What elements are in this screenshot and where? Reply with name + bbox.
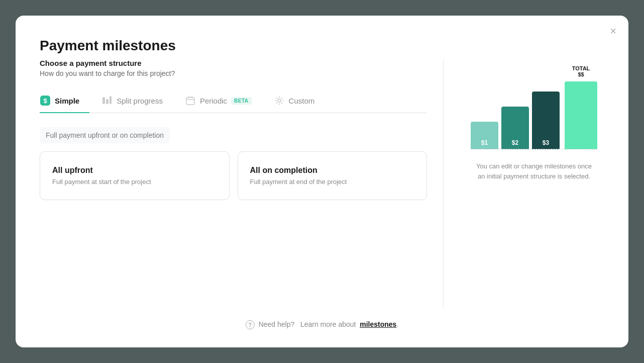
payment-options-row: All upfront Full payment at start of the… — [40, 151, 427, 200]
footer-period: . — [396, 320, 398, 328]
footer-help-text: Need help? — [259, 320, 295, 328]
beta-badge: BETA — [231, 97, 251, 105]
all-on-completion-title: All on completion — [250, 166, 415, 175]
all-on-completion-description: Full payment at end of the project — [250, 178, 415, 186]
bar-1-label: $1 — [481, 139, 488, 146]
svg-point-8 — [278, 99, 281, 102]
help-icon: ? — [246, 320, 255, 329]
payment-structure-description: How do you want to charge for this proje… — [40, 69, 427, 77]
bar-2-label: $2 — [512, 139, 518, 146]
option-all-on-completion[interactable]: All on completion Full payment at end of… — [238, 151, 427, 200]
tabs-container: $ Simple Split pro — [40, 89, 427, 113]
chart-bars: $1 $2 $3 TOTAL$$ — [471, 79, 597, 149]
tab-custom-label: Custom — [289, 97, 315, 105]
footer-learn-text: Learn more about — [300, 320, 356, 328]
all-upfront-description: Full payment at start of the project — [52, 178, 217, 186]
svg-rect-7 — [191, 96, 192, 98]
chart-caption: You can edit or change milestones once a… — [474, 161, 594, 181]
all-upfront-title: All upfront — [52, 166, 217, 175]
bar-3-label: $3 — [543, 139, 549, 146]
tab-custom[interactable]: Custom — [274, 90, 325, 113]
svg-rect-3 — [106, 99, 109, 104]
modal-title: Payment milestones — [40, 38, 604, 54]
svg-rect-5 — [186, 98, 194, 105]
left-panel: Choose a payment structure How do you wa… — [40, 59, 444, 308]
calendar-icon — [185, 95, 196, 106]
modal-body: Choose a payment structure How do you wa… — [40, 59, 604, 308]
footer-help: ? Need help? Learn more about milestones… — [40, 308, 604, 329]
payment-structure-subtitle: Choose a payment structure — [40, 59, 427, 67]
chart-bar-2: $2 — [501, 107, 529, 149]
milestones-link[interactable]: milestones — [360, 320, 396, 328]
gear-icon — [274, 95, 285, 106]
right-panel: $1 $2 $3 TOTAL$$ You — [444, 59, 604, 308]
chart-bar-total: TOTAL$$ — [565, 81, 597, 149]
tab-simple[interactable]: $ Simple — [40, 90, 89, 113]
split-icon — [101, 95, 113, 106]
svg-rect-6 — [188, 96, 189, 98]
chart-bar-1: $1 — [471, 122, 498, 149]
total-label: TOTAL$$ — [572, 65, 590, 77]
chart-container: $1 $2 $3 TOTAL$$ — [469, 69, 599, 149]
svg-rect-4 — [110, 96, 112, 104]
option-all-upfront[interactable]: All upfront Full payment at start of the… — [40, 151, 230, 200]
section-label: Full payment upfront or on completion — [40, 127, 170, 143]
dollar-icon: $ — [40, 95, 51, 106]
modal-overlay: × Payment milestones Choose a payment st… — [0, 0, 644, 363]
tab-split-progress[interactable]: Split progress — [101, 90, 173, 113]
svg-rect-2 — [102, 97, 105, 104]
close-button[interactable]: × — [610, 26, 616, 37]
payment-milestones-modal: × Payment milestones Choose a payment st… — [16, 16, 628, 347]
chart-bar-3: $3 — [532, 92, 560, 149]
tab-simple-label: Simple — [55, 97, 79, 105]
chart-dashed-line — [471, 149, 597, 149]
tab-periodic[interactable]: Periodic BETA — [185, 90, 262, 113]
svg-text:$: $ — [43, 97, 47, 105]
tab-split-progress-label: Split progress — [117, 97, 163, 105]
tab-periodic-label: Periodic — [200, 97, 227, 105]
